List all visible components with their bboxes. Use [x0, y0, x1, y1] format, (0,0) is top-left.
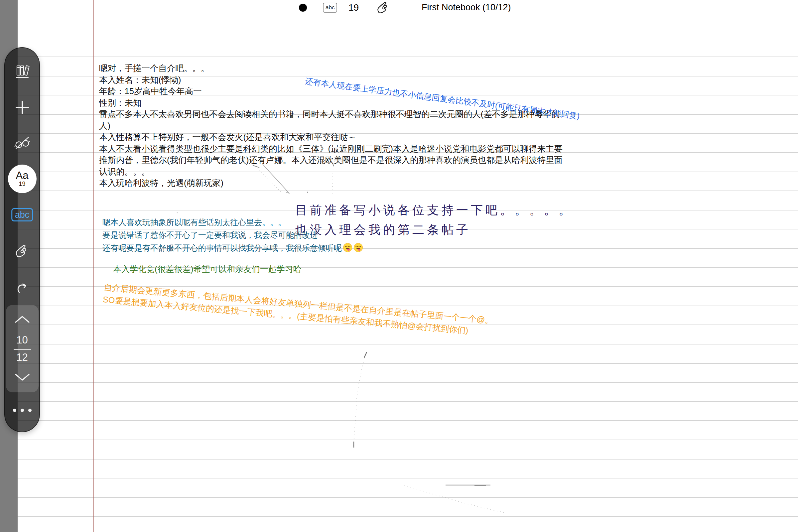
text-color-dot[interactable] [299, 4, 307, 12]
library-books-icon [15, 64, 30, 79]
more-options-button[interactable] [5, 408, 39, 412]
floating-toolbar: Aa 19 abc [4, 47, 40, 432]
add-page-button[interactable] [5, 99, 39, 115]
pinch-hand-icon[interactable] [376, 1, 391, 15]
read-only-mode-button[interactable] [5, 136, 39, 150]
note-line: 本入性格算不上特别好，一般不会发火(还是喜欢和大家和平交往哒～ [99, 131, 563, 143]
note-line: 嗯对，手搓一个自介吧。。。 [99, 62, 563, 74]
note-line: 本入玩哈利波特，光遇(萌新玩家) [99, 177, 563, 189]
page-down-button[interactable] [14, 373, 31, 381]
font-size-value[interactable]: 19 [348, 2, 359, 13]
note-line: 还有呢要是有不舒服不开心的事情可以找我分享哦，我很乐意倾听呢 [102, 242, 363, 254]
note-line: 要是说错话了惹你不开心了一定要和我说，我会尽可能的改进 [102, 229, 363, 241]
text-style-size: 19 [19, 180, 25, 187]
page-divider [14, 349, 31, 350]
note-line: 嗯本人喜欢玩抽象所以呢有些话别太往心里去。。。 [102, 216, 363, 229]
topbar: abc 19 First Notebook (10/12) [0, 0, 798, 17]
page-up-button[interactable] [14, 315, 31, 324]
text-box-tool-active[interactable]: abc [11, 208, 33, 222]
notebook-margin-line [93, 0, 94, 532]
note-line: 推斯内普，里德尔(我们年轻帅气的老伏)还有卢娜。本入还混欧美圈但是不是很深入的那… [99, 154, 563, 166]
emoji-tongue-icon [354, 243, 363, 252]
page-current[interactable]: 10 [6, 334, 39, 346]
note-line: 认识的。。。 [99, 166, 563, 177]
page-navigator: 10 12 [6, 305, 39, 392]
plus-icon [14, 99, 30, 115]
dot [13, 408, 16, 412]
pinch-hand-tool-button[interactable] [5, 243, 39, 259]
text-box-tool-icon[interactable]: abc [323, 3, 337, 13]
note-text-green[interactable]: 本入学化竞(很差很差)希望可以和亲友们一起学习哈 [113, 264, 302, 274]
glasses-slash-icon [14, 136, 30, 150]
text-style-button[interactable]: Aa 19 [8, 165, 37, 193]
redo-button[interactable] [5, 281, 39, 295]
note-line: 人) [99, 120, 563, 132]
note-line: 本人不太看小说看得类型也很少主要是科幻类的比如《三体》(最近刚刚二刷完)本入是哈… [99, 143, 563, 155]
notebook-title[interactable]: First Notebook (10/12) [422, 2, 511, 13]
emoji-tongue-icon [343, 243, 353, 252]
library-button[interactable] [5, 64, 39, 79]
pinch-hand-icon [14, 243, 30, 259]
page-total: 12 [6, 352, 39, 363]
dot [21, 408, 24, 412]
redo-icon [15, 281, 30, 295]
dot [28, 408, 32, 412]
text-style-label: Aa [16, 171, 28, 180]
note-text-teal[interactable]: 嗯本人喜欢玩抽象所以呢有些话别太往心里去。。。 要是说错话了惹你不开心了一定要和… [102, 216, 363, 254]
